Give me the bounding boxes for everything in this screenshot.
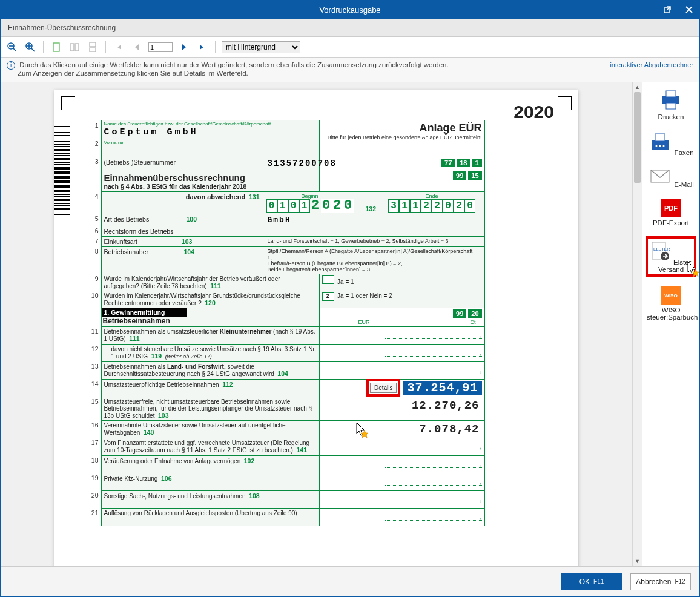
page-number-input[interactable] bbox=[148, 42, 173, 52]
svg-rect-10 bbox=[666, 103, 676, 109]
row-text: Veräußerung oder Entnahme von Anlageverm… bbox=[104, 458, 241, 464]
anlage-title: Anlage EÜR bbox=[322, 122, 482, 134]
zoom-in-icon[interactable] bbox=[24, 41, 37, 54]
kz: 111 bbox=[129, 335, 140, 342]
preview-area[interactable]: 2020 1 Name des Steuerpflichtigen bzw. d… bbox=[1, 82, 632, 566]
side-panel: Drucken Faxen E-Mail PDF PDF-Export ELST… bbox=[642, 82, 699, 566]
kz-box: 20 bbox=[468, 309, 481, 318]
window-title: Vordruckausgabe bbox=[319, 5, 380, 15]
zoom-out-icon[interactable] bbox=[5, 41, 19, 54]
svg-rect-4 bbox=[70, 44, 74, 51]
last-page-icon[interactable] bbox=[196, 41, 209, 54]
popout-icon[interactable] bbox=[656, 1, 678, 19]
form-page: 2020 1 Name des Steuerpflichtigen bzw. d… bbox=[54, 90, 578, 566]
kz: 140 bbox=[144, 429, 154, 436]
svg-rect-7 bbox=[90, 48, 96, 52]
info-bar: i Durch das Klicken auf einige Wertfelde… bbox=[1, 58, 699, 82]
fax-button[interactable]: Faxen bbox=[647, 131, 695, 156]
page-single-icon[interactable] bbox=[50, 41, 63, 54]
row5-label: Art des Betriebs bbox=[104, 216, 150, 223]
subtitle-bar: Einnahmen-Überschussrechnung bbox=[1, 19, 699, 37]
name-value[interactable]: CoEptum GmbH bbox=[104, 127, 199, 137]
toolbar: mit Hintergrund bbox=[1, 37, 699, 58]
row-text: Umsatzsteuerfreie, nicht umsatzsteuerbar… bbox=[104, 398, 312, 419]
kz-box: 99 bbox=[453, 171, 466, 180]
section-title: Einnahmenüberschussrechnung bbox=[104, 173, 317, 183]
svg-point-14 bbox=[659, 145, 661, 147]
kz131: 131 bbox=[249, 193, 260, 200]
row8-note: Stpfl./Ehemann/Person A (Ehegatte A/Lebe… bbox=[265, 246, 484, 274]
first-page-icon[interactable] bbox=[112, 41, 125, 54]
kz: 106 bbox=[161, 475, 172, 482]
kz: 141 bbox=[296, 446, 307, 454]
row10-note: Ja = 1 oder Nein = 2 bbox=[337, 292, 392, 299]
next-page-icon[interactable] bbox=[177, 41, 191, 54]
cancel-button[interactable]: AbbrechenF12 bbox=[630, 573, 691, 590]
betriebs-head: Betriebseinnahmen bbox=[102, 317, 319, 325]
amount-value[interactable]: 12.270,26 bbox=[385, 399, 482, 412]
kz: 119 bbox=[151, 352, 162, 360]
row7-label: Einkunftsart bbox=[104, 238, 137, 245]
info-line2: Zum Anzeigen der Zusammensetzung klicken… bbox=[18, 70, 248, 77]
anlage-note: Bitte für jeden Betrieb eine gesonderte … bbox=[322, 134, 482, 140]
svg-point-13 bbox=[656, 145, 658, 147]
amount-value[interactable]: 37.254,91 bbox=[403, 381, 481, 395]
row5-value[interactable]: GmbH bbox=[268, 216, 291, 225]
row-text: Sonstige Sach-, Nutzungs- und Leistungse… bbox=[104, 493, 246, 500]
svg-rect-3 bbox=[53, 43, 59, 51]
svg-point-15 bbox=[663, 145, 665, 147]
info-line1: Durch das Klicken auf einige Wertfelder … bbox=[19, 61, 448, 68]
row7-note: Land- und Forstwirtschaft = 1, Gewerbebe… bbox=[265, 236, 484, 246]
titlebar: Vordruckausgabe bbox=[1, 1, 699, 19]
barcode bbox=[54, 126, 70, 265]
gewinn-head: 1. Gewinnermittlung bbox=[102, 308, 187, 317]
vorname-label: Vorname bbox=[104, 140, 317, 146]
close-icon[interactable] bbox=[678, 1, 699, 19]
page-multi-icon[interactable] bbox=[68, 41, 81, 54]
wiso-button[interactable]: WISO WISO steuer:Sparbuch bbox=[647, 286, 695, 321]
svg-rect-5 bbox=[75, 44, 79, 51]
pdf-export-button[interactable]: PDF PDF-Export bbox=[647, 199, 695, 226]
row-text: Vereinnahmte Umsatzsteuer sowie Umsatzst… bbox=[104, 422, 286, 436]
amount-value[interactable]: 7.078,42 bbox=[385, 423, 482, 436]
row-text: Betriebseinnahmen als Land- und Forstwir… bbox=[104, 363, 274, 377]
date-end[interactable]: 3112 2020 bbox=[388, 199, 475, 213]
email-button[interactable]: E-Mail bbox=[647, 167, 695, 188]
kz: 104 bbox=[277, 370, 288, 377]
row-text: Private Kfz-Nutzung bbox=[104, 475, 158, 482]
prev-page-icon[interactable] bbox=[130, 41, 144, 54]
kz132: 132 bbox=[366, 205, 377, 213]
subtitle-text: Einnahmen-Überschussrechnung bbox=[8, 24, 116, 32]
svg-rect-6 bbox=[90, 42, 96, 47]
kz-box: 77 bbox=[441, 159, 455, 167]
print-button[interactable]: Drucken bbox=[647, 88, 695, 120]
details-button[interactable]: Details bbox=[370, 383, 397, 393]
kz-box: 15 bbox=[468, 171, 481, 180]
year-label: 2020 bbox=[513, 102, 554, 122]
kz-box: 18 bbox=[457, 159, 470, 167]
svg-rect-12 bbox=[655, 134, 665, 141]
vertical-scrollbar[interactable]: ▲ ▼ bbox=[632, 82, 642, 566]
section-sub: nach § 4 Abs. 3 EStG für das Kalenderjah… bbox=[104, 183, 317, 190]
steuer-label: (Betriebs-)Steuernummer bbox=[104, 159, 176, 166]
ok-button[interactable]: OKF11 bbox=[561, 573, 622, 590]
background-select[interactable]: mit Hintergrund bbox=[222, 41, 300, 53]
row-text: davon nicht steuerbare Umsätze sowie Ums… bbox=[111, 346, 317, 360]
page-continuous-icon[interactable] bbox=[86, 41, 99, 54]
kz: 108 bbox=[249, 492, 260, 500]
row8-label: Betriebsinhaber bbox=[104, 248, 149, 256]
elster-versand-button[interactable]: ELSTER Elster-Versand bbox=[647, 237, 695, 275]
kz: 103 bbox=[158, 412, 169, 419]
row10-value[interactable]: 2 bbox=[322, 292, 334, 301]
date-begin[interactable]: 0101 2020 bbox=[266, 199, 354, 213]
ende-label: Ende bbox=[388, 193, 475, 199]
row9-note: Ja = 1 bbox=[337, 279, 354, 285]
row-text: Vom Finanzamt erstattete und ggf. verrec… bbox=[104, 440, 310, 454]
row-text: Umsatzsteuerpflichtige Betriebseinnahmen bbox=[104, 381, 219, 388]
svg-text:ELSTER: ELSTER bbox=[653, 247, 670, 251]
svg-rect-9 bbox=[666, 91, 676, 97]
link-abgabenrechner[interactable]: interaktiver Abgabenrechner bbox=[610, 61, 693, 68]
row10-label: Wurden im Kalenderjahr/Wirtschaftsjahr G… bbox=[104, 292, 300, 306]
info-icon: i bbox=[7, 61, 15, 70]
steuer-value[interactable]: 31357200708 bbox=[268, 159, 337, 168]
